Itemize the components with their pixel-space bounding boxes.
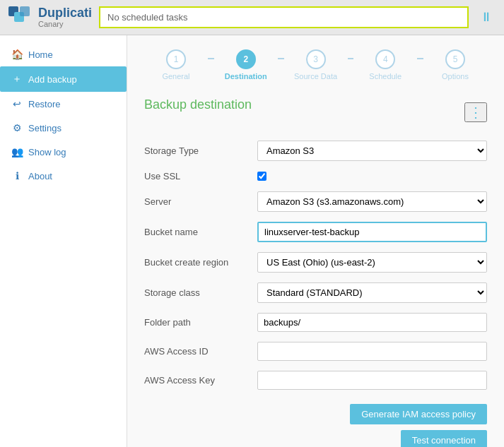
server-row: Server Amazon S3 (s3.amazonaws.com): [144, 191, 487, 212]
sidebar-label-home: Home: [28, 49, 53, 60]
sidebar-item-settings[interactable]: ⚙ Settings: [0, 116, 127, 140]
sidebar-label-show-log: Show log: [28, 147, 66, 157]
folder-path-row: Folder path: [144, 313, 487, 332]
step-line-4-5: [417, 58, 423, 59]
step-3: 3 Source Data: [284, 49, 348, 81]
step-2: 2 Destination: [214, 49, 278, 81]
step-4: 4 Schedule: [353, 49, 417, 81]
settings-icon: ⚙: [11, 122, 23, 133]
step-circle-3[interactable]: 3: [306, 49, 326, 69]
action-buttons: Generate IAM access policy Test connecti…: [144, 404, 487, 447]
sidebar-item-restore[interactable]: ↩ Restore: [0, 92, 127, 116]
step-circle-4[interactable]: 4: [375, 49, 395, 69]
bucket-create-region-label: Bucket create region: [144, 257, 257, 268]
storage-class-row: Storage class Standard (STANDARD): [144, 282, 487, 303]
app-name: Duplicati: [38, 6, 92, 20]
step-label-1: General: [162, 72, 189, 81]
main-layout: 🏠 Home ＋ Add backup ↩ Restore ⚙ Settings…: [0, 35, 504, 447]
use-ssl-checkbox[interactable]: [257, 172, 266, 181]
more-options-button[interactable]: ⋮: [464, 102, 487, 122]
sidebar-item-about[interactable]: ℹ About: [0, 164, 127, 188]
sidebar: 🏠 Home ＋ Add backup ↩ Restore ⚙ Settings…: [0, 35, 127, 447]
app-subtitle: Canary: [38, 20, 92, 28]
storage-type-row: Storage Type Amazon S3: [144, 141, 487, 161]
logo-text: Duplicati Canary: [38, 6, 92, 29]
aws-access-key-row: AWS Access Key: [144, 371, 487, 390]
scheduled-tasks-wrap: [99, 6, 469, 28]
backup-destination-form: Storage Type Amazon S3 Use SSL Server Am…: [144, 141, 487, 390]
bucket-name-row: Bucket name: [144, 222, 487, 242]
step-line-1-2: [208, 58, 214, 59]
bucket-create-region-select[interactable]: US East (Ohio) (us-east-2): [257, 252, 487, 273]
section-title: Backup destination: [144, 97, 464, 112]
step-label-3: Source Data: [294, 72, 337, 81]
folder-path-input[interactable]: [257, 313, 487, 332]
storage-class-select[interactable]: Standard (STANDARD): [257, 282, 487, 303]
logo-area: Duplicati Canary: [7, 5, 92, 30]
scheduled-tasks-input[interactable]: [99, 6, 469, 28]
about-icon: ℹ: [11, 170, 23, 181]
pause-button[interactable]: ⏸: [476, 10, 497, 25]
plus-icon: ＋: [11, 73, 23, 85]
log-icon: 👥: [11, 146, 23, 157]
generate-iam-button[interactable]: Generate IAM access policy: [350, 404, 487, 424]
storage-type-label: Storage Type: [144, 145, 257, 156]
aws-access-id-row: AWS Access ID: [144, 342, 487, 361]
sidebar-label-restore: Restore: [28, 99, 61, 109]
sidebar-label-add-backup: Add backup: [28, 74, 77, 85]
bucket-name-label: Bucket name: [144, 227, 257, 237]
storage-class-label: Storage class: [144, 287, 257, 298]
step-circle-5[interactable]: 5: [445, 49, 465, 69]
svg-rect-2: [20, 6, 30, 16]
sidebar-item-show-log[interactable]: 👥 Show log: [0, 140, 127, 164]
logo-icon: [7, 5, 33, 30]
section-header: Backup destination ⋮: [144, 97, 487, 126]
wizard-steps: 1 General 2 Destination 3 Source Data: [144, 49, 487, 81]
step-label-4: Schedule: [369, 72, 402, 81]
step-circle-1[interactable]: 1: [166, 49, 186, 69]
use-ssl-label: Use SSL: [144, 171, 257, 181]
home-icon: 🏠: [11, 49, 23, 60]
aws-access-key-input[interactable]: [257, 371, 487, 390]
step-circle-2[interactable]: 2: [236, 49, 256, 69]
step-line-2-3: [278, 58, 284, 59]
test-connection-button[interactable]: Test connection: [401, 430, 487, 447]
app-header: Duplicati Canary ⏸: [0, 0, 504, 35]
step-1: 1 General: [144, 49, 208, 81]
use-ssl-checkbox-wrap: [257, 172, 266, 181]
use-ssl-row: Use SSL: [144, 171, 487, 181]
storage-type-select[interactable]: Amazon S3: [257, 141, 487, 161]
step-line-3-4: [348, 58, 354, 59]
restore-icon: ↩: [11, 98, 23, 109]
bucket-name-input[interactable]: [257, 222, 487, 242]
step-label-2: Destination: [225, 72, 267, 81]
sidebar-label-about: About: [28, 171, 52, 181]
step-5: 5 Options: [423, 49, 487, 81]
aws-access-id-label: AWS Access ID: [144, 346, 257, 357]
sidebar-item-add-backup[interactable]: ＋ Add backup: [0, 66, 127, 92]
main-content: 1 General 2 Destination 3 Source Data: [127, 35, 504, 447]
aws-access-id-input[interactable]: [257, 342, 487, 361]
server-label: Server: [144, 196, 257, 207]
bucket-create-region-row: Bucket create region US East (Ohio) (us-…: [144, 252, 487, 273]
server-select[interactable]: Amazon S3 (s3.amazonaws.com): [257, 191, 487, 212]
sidebar-label-settings: Settings: [28, 123, 61, 133]
step-label-5: Options: [442, 72, 469, 81]
folder-path-label: Folder path: [144, 317, 257, 328]
aws-access-key-label: AWS Access Key: [144, 375, 257, 386]
sidebar-item-home[interactable]: 🏠 Home: [0, 42, 127, 66]
